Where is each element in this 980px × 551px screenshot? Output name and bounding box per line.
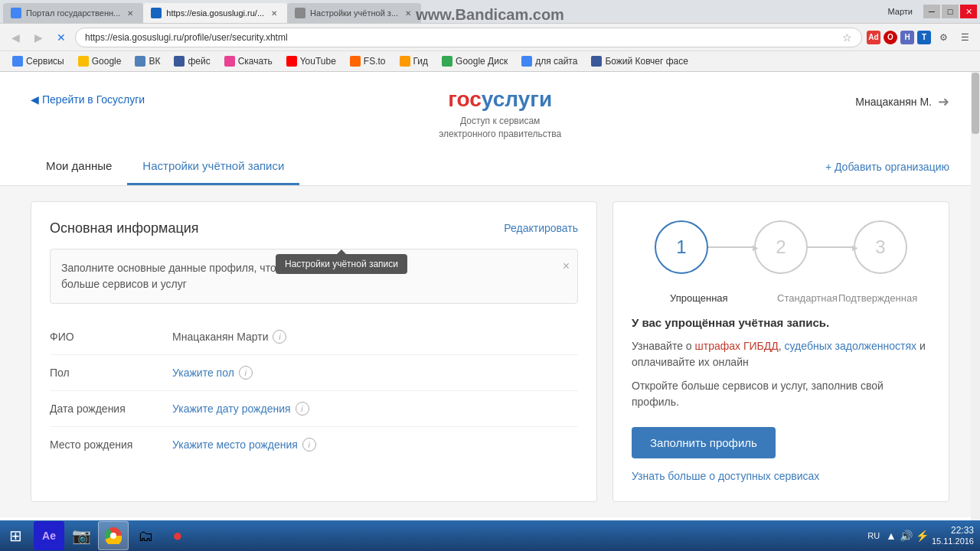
back-button[interactable]: ◀	[6, 28, 24, 47]
step-label-1: Упрощенная	[670, 292, 724, 304]
dob-info-icon[interactable]: i	[296, 402, 309, 416]
field-label-dob: Дата рождения	[50, 403, 172, 415]
learn-more-link[interactable]: Узнать больше о доступных сервисах	[632, 470, 819, 482]
window-controls: ─ □ ✕	[923, 5, 977, 18]
lang-indicator[interactable]: RU	[864, 530, 883, 542]
bookmark-label-vk: ВК	[149, 56, 160, 67]
pol-info-icon[interactable]: i	[239, 366, 253, 380]
tab-close-3[interactable]: ✕	[403, 8, 413, 18]
taskbar-app-explorer[interactable]: 🗂	[130, 521, 161, 550]
tab-3[interactable]: Настройки учётной з... ✕	[287, 3, 421, 23]
field-row-dob: Дата рождения Укажите дату рождения i	[50, 391, 578, 427]
back-to-gosuslugi-link[interactable]: ◀ Перейти в Госуслуги	[31, 93, 145, 106]
bookmark-icon-vk	[135, 56, 145, 67]
account-status-title: У вас упрощённая учётная запись.	[632, 316, 930, 329]
user-block: Мнацаканян М. ➜	[855, 93, 949, 110]
taskbar-app-rec[interactable]: ●	[162, 521, 193, 550]
account-desc-fines: Узнавайте о штрафах ГИБДД, судебных задо…	[632, 338, 930, 370]
bookmark-vk[interactable]: ВК	[129, 54, 166, 68]
tabs-container: Портал государственн... ✕ https://esia.g…	[3, 0, 888, 23]
ext-translate-icon[interactable]: T	[917, 31, 931, 44]
taskbar-right: RU ▲ 🔊 ⚡ 22:33 15.11.2016	[858, 525, 980, 546]
bookmark-icon-google	[78, 56, 89, 67]
close-button[interactable]: ✕	[960, 5, 977, 18]
bookmark-icon-skachat	[224, 56, 235, 67]
field-label-fio: ФИО	[50, 331, 172, 343]
bookmark-gdisk[interactable]: Google Диск	[436, 54, 514, 68]
svg-point-2	[110, 533, 116, 539]
fio-info-icon[interactable]: i	[273, 330, 286, 344]
taskbar: ⊞ Ae 📷 🗂 ● RU ▲ 🔊 ⚡ 22:33 15.11.2016	[0, 520, 980, 551]
step-circle-1: 1	[655, 220, 708, 274]
bookmark-gid[interactable]: Гид	[394, 54, 435, 68]
forward-button[interactable]: ▶	[29, 28, 47, 47]
field-row-fio: ФИО Мнацаканян Марти i	[50, 319, 578, 355]
page-content: ◀ Перейти в Госуслуги госуслуги Доступ к…	[0, 72, 980, 551]
scrollbar[interactable]	[971, 72, 980, 520]
tab-my-data[interactable]: Мои данные	[31, 148, 127, 185]
tab-label-3: Настройки учётной з...	[310, 8, 398, 18]
clock[interactable]: 22:33 15.11.2016	[932, 525, 974, 546]
notice-close-button[interactable]: ×	[563, 257, 570, 276]
taskbar-app-ae[interactable]: Ae	[34, 521, 64, 550]
network-icon: ▲	[886, 530, 897, 542]
step-label-2: Стандартная	[777, 292, 831, 304]
desc-mid: ,	[779, 340, 785, 352]
menu-icon[interactable]: ☰	[956, 28, 974, 47]
bookmark-kovcheg[interactable]: Божий Ковчег фасе	[585, 54, 694, 68]
bookmark-star-icon[interactable]: ☆	[842, 31, 852, 44]
bookmark-label-gid: Гид	[413, 56, 429, 67]
tab-close-2[interactable]: ✕	[269, 8, 279, 18]
bookmark-label-kovcheg: Божий Ковчег фасе	[605, 56, 688, 67]
bookmark-skachat[interactable]: Скачать	[218, 54, 279, 68]
bookmark-label-dlya-sayta: для сайта	[535, 56, 577, 67]
fill-profile-button[interactable]: Заполнить профиль	[632, 427, 776, 458]
scrollbar-thumb[interactable]	[972, 73, 979, 134]
field-row-pol: Пол Укажите пол i	[50, 355, 578, 391]
tab-label-2: https://esia.gosuslugi.ru/...	[166, 8, 264, 18]
bookmarks-bar: Сервисы Google ВК фейс Скачать YouTube F…	[0, 51, 980, 72]
logo-part2: услуги	[482, 87, 552, 111]
add-org-button[interactable]: + Добавить организацию	[825, 161, 949, 173]
logout-icon[interactable]: ➜	[938, 93, 949, 110]
extensions-icon[interactable]: ⚙	[934, 28, 952, 47]
logo-subtitle: Доступ к сервисам электронного правитель…	[439, 115, 561, 141]
bookmark-google[interactable]: Google	[72, 54, 128, 68]
panel-header: Основная информация Редактировать	[50, 220, 578, 236]
start-button[interactable]: ⊞	[0, 520, 31, 551]
bookmark-youtube[interactable]: YouTube	[280, 54, 342, 68]
ext-hola-icon[interactable]: H	[900, 31, 914, 44]
right-panel: 1 2 3 Упрощенная Стандартная Подтвержден…	[612, 201, 949, 502]
birthplace-value-text: Укажите место рождения	[172, 439, 298, 451]
desc-prefix: Узнавайте о	[632, 340, 695, 352]
birthplace-info-icon[interactable]: i	[302, 438, 316, 452]
ext-opera-icon[interactable]: O	[884, 31, 897, 44]
url-text: https://esia.gosuslugi.ru/profile/user/s…	[85, 32, 839, 43]
fines-link[interactable]: штрафах ГИБДД	[695, 340, 779, 352]
bookmark-feis[interactable]: фейс	[168, 54, 216, 68]
tab-close-1[interactable]: ✕	[125, 8, 136, 18]
bookmark-servisy[interactable]: Сервисы	[6, 54, 70, 68]
taskbar-app-camera[interactable]: 📷	[66, 521, 96, 550]
url-bar[interactable]: https://esia.gosuslugi.ru/profile/user/s…	[75, 28, 862, 47]
tab-settings[interactable]: Настройки учётной записи	[127, 148, 299, 185]
minimize-button[interactable]: ─	[923, 5, 940, 18]
field-value-pol[interactable]: Укажите пол i	[172, 366, 253, 380]
tab-2[interactable]: https://esia.gosuslugi.ru/... ✕	[143, 3, 287, 23]
maximize-button[interactable]: □	[942, 5, 959, 18]
bookmark-label-fsto: FS.to	[364, 56, 386, 67]
bookmark-dlya-sayta[interactable]: для сайта	[515, 54, 583, 68]
tab-1[interactable]: Портал государственн... ✕	[3, 3, 143, 23]
taskbar-app-chrome[interactable]	[98, 521, 129, 550]
bookmark-fsto[interactable]: FS.to	[344, 54, 392, 68]
field-value-dob[interactable]: Укажите дату рождения i	[172, 402, 309, 416]
field-value-fio: Мнацаканян Марти i	[172, 330, 286, 344]
bookmark-label-google: Google	[92, 56, 122, 67]
debts-link[interactable]: судебных задолженностях	[785, 340, 916, 352]
field-value-birthplace[interactable]: Укажите место рождения i	[172, 438, 316, 452]
tabs-left: Мои данные Настройки учётной записи	[31, 148, 299, 185]
ext-adblock-icon[interactable]: Ad	[867, 31, 880, 44]
edit-link[interactable]: Редактировать	[504, 222, 578, 234]
reload-button[interactable]: ✕	[52, 28, 70, 47]
step-circle-2: 2	[754, 220, 808, 274]
